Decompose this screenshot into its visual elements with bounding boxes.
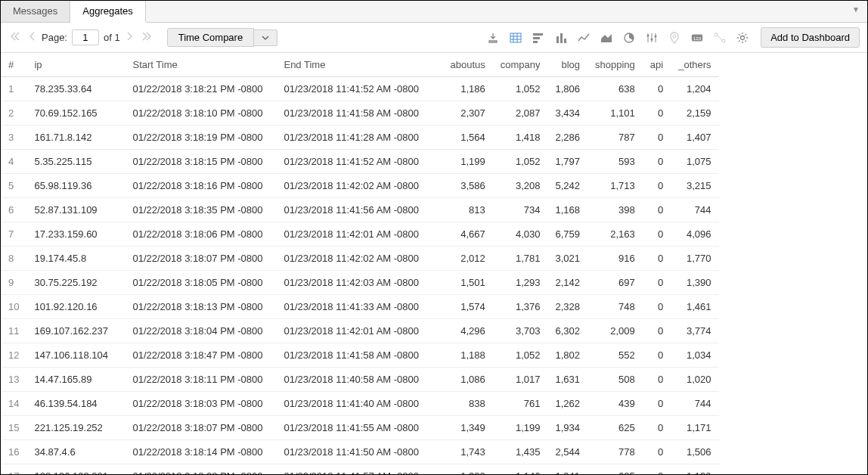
tab-messages[interactable]: Messages: [1, 1, 70, 22]
table-row[interactable]: 11169.107.162.23701/22/2018 3:18:04 PM -…: [1, 319, 719, 343]
cell-blog: 3,021: [547, 247, 587, 271]
cell-end-time: 01/23/2018 11:41:56 AM -0800: [276, 198, 442, 222]
area-chart-icon[interactable]: [600, 32, 612, 44]
sliders-icon[interactable]: [646, 32, 658, 44]
aggregates-table: # ip Start Time End Time aboutus company…: [1, 53, 719, 475]
svg-point-15: [647, 34, 649, 36]
col-others[interactable]: _others: [671, 53, 718, 77]
cell-end-time: 01/23/2018 11:41:55 AM -0800: [276, 416, 442, 440]
cell-shopping: 1,101: [587, 101, 643, 126]
cell-blog: 1,934: [547, 416, 587, 440]
cell-api: 0: [643, 198, 671, 222]
cell-end-time: 01/23/2018 11:41:50 AM -0800: [276, 440, 442, 464]
svg-rect-8: [556, 36, 559, 43]
cell-ip: 70.69.152.165: [26, 101, 125, 126]
page-input[interactable]: [72, 29, 99, 45]
cell-blog: 2,142: [547, 271, 587, 295]
flow-icon[interactable]: [714, 32, 726, 44]
first-page-icon[interactable]: [8, 31, 22, 44]
col-company[interactable]: company: [493, 53, 548, 77]
table-icon[interactable]: [510, 32, 522, 44]
table-row[interactable]: 15221.125.19.25201/22/2018 3:18:07 PM -0…: [1, 416, 719, 440]
table-row[interactable]: 819.174.45.801/22/2018 3:18:07 PM -08000…: [1, 247, 719, 271]
cell-index: 17: [1, 464, 26, 476]
line-chart-icon[interactable]: [578, 32, 590, 44]
cell-index: 1: [1, 77, 26, 101]
svg-rect-9: [560, 33, 563, 43]
cell-company: 734: [493, 198, 548, 222]
cell-ip: 14.47.165.89: [26, 368, 125, 392]
tabs-dropdown-icon[interactable]: ▼: [845, 1, 867, 22]
svg-point-23: [741, 36, 745, 39]
export-icon[interactable]: [487, 32, 499, 44]
col-start-time[interactable]: Start Time: [125, 53, 276, 77]
prev-page-icon[interactable]: [26, 31, 37, 44]
cell-blog: 1,802: [547, 343, 587, 368]
table-container[interactable]: # ip Start Time End Time aboutus company…: [1, 53, 867, 475]
table-row[interactable]: 45.35.225.11501/22/2018 3:18:15 PM -0800…: [1, 150, 719, 174]
cell-end-time: 01/23/2018 11:41:40 AM -0800: [276, 392, 442, 416]
col-blog[interactable]: blog: [547, 53, 587, 77]
cell-others: 1,190: [671, 464, 718, 476]
bar-vertical-icon[interactable]: [555, 32, 567, 44]
cell-company: 1,293: [493, 271, 548, 295]
cell-end-time: 01/23/2018 11:41:28 AM -0800: [276, 126, 442, 150]
cell-company: 2,087: [493, 101, 548, 126]
time-compare: Time Compare: [167, 28, 277, 47]
cell-ip: 128.196.108.201: [26, 464, 125, 476]
gear-icon[interactable]: [736, 32, 749, 44]
table-row[interactable]: 652.87.131.10901/22/2018 3:18:35 PM -080…: [1, 198, 719, 222]
add-to-dashboard-button[interactable]: Add to Dashboard: [761, 27, 860, 48]
cell-shopping: 697: [587, 271, 643, 295]
cell-others: 1,506: [671, 440, 718, 464]
cell-shopping: 638: [587, 77, 643, 101]
table-row[interactable]: 1634.87.4.601/22/2018 3:18:14 PM -080001…: [1, 440, 719, 464]
col-aboutus[interactable]: aboutus: [442, 53, 492, 77]
single-value-icon[interactable]: 123: [691, 32, 703, 44]
col-shopping[interactable]: shopping: [587, 53, 643, 77]
cell-api: 0: [643, 174, 671, 198]
cell-others: 1,407: [671, 126, 718, 150]
time-compare-button[interactable]: Time Compare: [167, 28, 254, 47]
col-end-time[interactable]: End Time: [276, 53, 442, 77]
bar-horizontal-icon[interactable]: [532, 32, 544, 44]
cell-end-time: 01/23/2018 11:42:02 AM -0800: [276, 174, 442, 198]
svg-point-17: [655, 35, 657, 37]
cell-others: 3,774: [671, 319, 718, 343]
cell-start-time: 01/22/2018 3:18:06 PM -0800: [125, 222, 276, 247]
table-row[interactable]: 12147.106.118.10401/22/2018 3:18:47 PM -…: [1, 343, 719, 368]
next-page-icon[interactable]: [125, 31, 135, 44]
table-row[interactable]: 1314.47.165.8901/22/2018 3:18:11 PM -080…: [1, 368, 719, 392]
cell-shopping: 439: [587, 392, 643, 416]
col-api[interactable]: api: [643, 53, 671, 77]
table-row[interactable]: 565.98.119.3601/22/2018 3:18:16 PM -0800…: [1, 174, 719, 198]
table-row[interactable]: 178.235.33.6401/22/2018 3:18:21 PM -0800…: [1, 77, 719, 101]
table-row[interactable]: 270.69.152.16501/22/2018 3:18:10 PM -080…: [1, 101, 719, 126]
table-row[interactable]: 930.75.225.19201/22/2018 3:18:05 PM -080…: [1, 271, 719, 295]
cell-blog: 1,168: [547, 198, 587, 222]
cell-company: 1,052: [493, 343, 548, 368]
map-pin-icon[interactable]: [668, 32, 680, 44]
tab-aggregates[interactable]: Aggregates: [70, 1, 146, 23]
table-row[interactable]: 717.233.159.6001/22/2018 3:18:06 PM -080…: [1, 222, 719, 247]
last-page-icon[interactable]: [140, 31, 153, 44]
cell-index: 9: [1, 271, 26, 295]
cell-index: 8: [1, 247, 26, 271]
col-index[interactable]: #: [1, 53, 26, 77]
table-row[interactable]: 17128.196.108.20101/22/2018 3:18:08 PM -…: [1, 464, 719, 476]
cell-end-time: 01/23/2018 11:41:58 AM -0800: [276, 101, 442, 126]
cell-ip: 5.35.225.115: [26, 150, 125, 174]
cell-ip: 19.174.45.8: [26, 247, 125, 271]
table-row[interactable]: 3161.71.8.14201/22/2018 3:18:19 PM -0800…: [1, 126, 719, 150]
col-ip[interactable]: ip: [26, 53, 125, 77]
table-row[interactable]: 10101.92.120.1601/22/2018 3:18:13 PM -08…: [1, 295, 719, 319]
cell-others: 1,034: [671, 343, 718, 368]
cell-blog: 1,941: [547, 464, 587, 476]
cell-shopping: 593: [587, 150, 643, 174]
pie-chart-icon[interactable]: [623, 32, 635, 44]
cell-index: 16: [1, 440, 26, 464]
table-row[interactable]: 1446.139.54.18401/22/2018 3:18:03 PM -08…: [1, 392, 719, 416]
time-compare-dropdown[interactable]: [254, 29, 277, 46]
cell-start-time: 01/22/2018 3:18:03 PM -0800: [125, 392, 276, 416]
svg-rect-6: [533, 37, 540, 39]
